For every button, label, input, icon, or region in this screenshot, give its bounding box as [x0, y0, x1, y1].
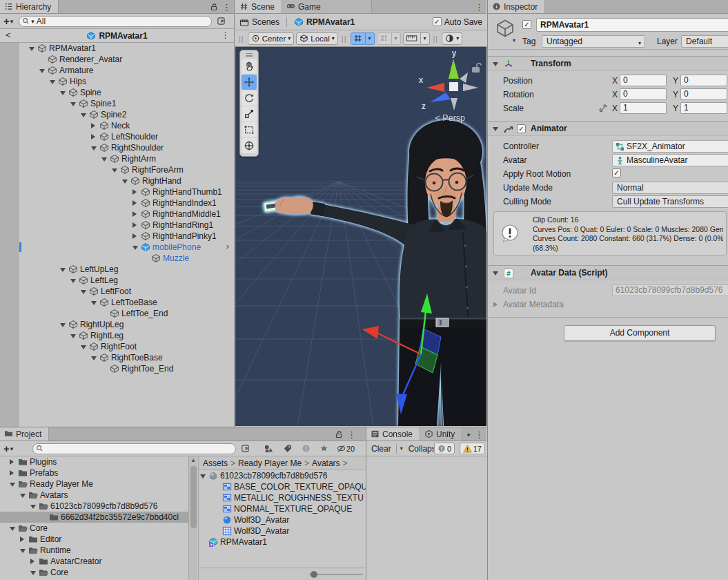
- asset-row[interactable]: METALLIC_ROUGHNESS_TEXTU: [199, 492, 366, 503]
- foldout-collapsed-icon[interactable]: [132, 233, 137, 239]
- animator-header[interactable]: ✓ Animator: [488, 121, 728, 136]
- thumbnail-size-slider[interactable]: [309, 574, 363, 575]
- snap-options-caret-icon[interactable]: ▾: [392, 32, 401, 45]
- project-search-input[interactable]: [32, 443, 236, 454]
- tab-scene[interactable]: Scene: [235, 0, 282, 13]
- avatar-object-field[interactable]: MasculineAvatar: [612, 154, 728, 166]
- hierarchy-row[interactable]: RightHandThumb1: [0, 186, 234, 197]
- foldout-expanded-icon[interactable]: [493, 62, 498, 66]
- rect-tool-button[interactable]: [242, 122, 257, 137]
- foldout-collapsed-icon[interactable]: [132, 189, 137, 195]
- foldout-expanded-icon[interactable]: [60, 323, 66, 327]
- foldout-expanded-icon[interactable]: [70, 102, 76, 106]
- hierarchy-row[interactable]: Neck: [0, 120, 234, 131]
- foldout-expanded-icon[interactable]: [29, 47, 35, 51]
- hierarchy-row[interactable]: LeftFoot: [0, 286, 234, 297]
- avatar-model[interactable]: [264, 120, 486, 426]
- hierarchy-search-input[interactable]: ▾ All: [19, 16, 212, 27]
- foldout-expanded-icon[interactable]: [39, 69, 45, 73]
- tab-console[interactable]: Console: [366, 427, 420, 441]
- rotation-y-field[interactable]: 0: [680, 88, 727, 100]
- tab-inspector[interactable]: Inspector: [488, 0, 545, 13]
- tab-project[interactable]: Project: [0, 427, 49, 441]
- foldout-expanded-icon[interactable]: [91, 146, 97, 151]
- foldout-expanded-icon[interactable]: [493, 271, 498, 276]
- breadcrumb-avatars[interactable]: Avatars: [312, 458, 340, 468]
- hierarchy-row[interactable]: Spine2: [0, 109, 234, 120]
- link-broken-icon[interactable]: [598, 104, 608, 115]
- scale-tool-button[interactable]: [242, 106, 257, 122]
- foldout-expanded-icon[interactable]: [101, 157, 107, 162]
- create-asset-caret-icon[interactable]: ▾: [10, 445, 14, 452]
- apply-root-motion-checkbox[interactable]: ✓: [612, 168, 621, 177]
- foldout-collapsed-icon[interactable]: [30, 559, 35, 564]
- search-filter-caret-icon[interactable]: ▾: [31, 18, 35, 25]
- hierarchy-row[interactable]: RightHandIndex1: [0, 197, 234, 209]
- hierarchy-row[interactable]: RightHandMiddle1: [0, 209, 234, 220]
- asset-row[interactable]: Wolf3D_Avatar: [199, 525, 366, 536]
- toolbar-grip-icon[interactable]: ||: [340, 35, 348, 43]
- foldout-expanded-icon[interactable]: [70, 334, 76, 338]
- controller-object-field[interactable]: SF2X_Animator: [612, 140, 728, 153]
- active-checkbox[interactable]: ✓: [522, 20, 531, 29]
- avatar-data-header[interactable]: # Avatar Data (Script): [488, 265, 728, 280]
- foldout-expanded-icon[interactable]: [112, 168, 117, 173]
- foldout-collapsed-icon[interactable]: [493, 302, 498, 307]
- transform-header[interactable]: Transform: [488, 56, 728, 71]
- foldout-collapsed-icon[interactable]: [132, 211, 137, 217]
- orientation-gizmo[interactable]: y x z: [419, 48, 478, 111]
- hierarchy-row[interactable]: mobilePhone›: [0, 242, 234, 253]
- project-folder-row[interactable]: Runtime: [0, 545, 197, 556]
- hidden-count-toggle[interactable]: 20: [334, 443, 357, 455]
- foldout-expanded-icon[interactable]: [30, 505, 36, 509]
- hierarchy-row[interactable]: RightLeg: [0, 330, 234, 341]
- asset-row[interactable]: NORMAL_TEXTURE_OPAQUE: [199, 503, 366, 514]
- rotation-x-field[interactable]: 0: [620, 88, 667, 100]
- tag-dropdown[interactable]: Untagged ▾: [542, 35, 645, 48]
- clear-options-caret-icon[interactable]: ▾: [398, 445, 405, 452]
- scale-y-field[interactable]: 1: [680, 102, 727, 114]
- toolbar-grip-icon[interactable]: ||: [237, 35, 246, 43]
- hierarchy-row[interactable]: LeftToeBase: [0, 297, 234, 308]
- hierarchy-row[interactable]: LeftLeg: [0, 275, 234, 286]
- position-x-field[interactable]: 0: [620, 75, 667, 86]
- search-window-icon[interactable]: [239, 443, 251, 455]
- project-folder-row[interactable]: 61023cb78099cfb7d8b9d576: [0, 501, 197, 512]
- hierarchy-row[interactable]: Muzzle: [0, 253, 234, 264]
- filter-by-label-icon[interactable]: [281, 443, 293, 455]
- slider-knob[interactable]: [311, 571, 317, 578]
- foldout-expanded-icon[interactable]: [10, 527, 15, 531]
- project-folder-row[interactable]: Prefabs: [0, 467, 197, 478]
- project-menu-icon[interactable]: ⋮: [347, 430, 356, 439]
- hierarchy-row[interactable]: RightToeBase: [0, 352, 234, 363]
- foldout-expanded-icon[interactable]: [20, 494, 26, 498]
- foldout-expanded-icon[interactable]: [81, 290, 86, 294]
- foldout-expanded-icon[interactable]: [81, 345, 86, 349]
- pivot-mode-dropdown[interactable]: Center ▾: [248, 32, 295, 45]
- hierarchy-row[interactable]: RightShoulder: [0, 142, 234, 153]
- create-asset-button[interactable]: +: [0, 443, 10, 454]
- scenes-button[interactable]: Scenes: [235, 17, 284, 27]
- asset-row[interactable]: Wolf3D_Avatar: [199, 514, 366, 525]
- tool-palette[interactable]: [239, 50, 259, 157]
- favorites-star-icon[interactable]: [317, 443, 330, 455]
- tab-game[interactable]: Game: [282, 0, 372, 13]
- position-y-field[interactable]: 0: [680, 75, 727, 86]
- orientation-dropdown[interactable]: Local ▾: [296, 32, 338, 45]
- snap-size-icon[interactable]: [403, 32, 421, 45]
- lock-icon[interactable]: [335, 430, 343, 438]
- layer-dropdown[interactable]: Default: [681, 35, 728, 48]
- hierarchy-row[interactable]: RightHand: [0, 175, 234, 186]
- project-tree-scrollbar[interactable]: ▲: [188, 456, 197, 580]
- project-folder-row[interactable]: Plugins: [0, 456, 197, 467]
- project-folder-row[interactable]: Editor: [0, 534, 197, 545]
- foldout-expanded-icon[interactable]: [20, 549, 26, 553]
- hierarchy-row[interactable]: Renderer_Avatar: [0, 54, 234, 65]
- shading-mode-dropdown[interactable]: ▾: [442, 32, 462, 45]
- snap-size-caret-icon[interactable]: ▾: [421, 32, 430, 45]
- project-folder-row[interactable]: 6662d34f2bc35572e9c7bbd40cl: [0, 512, 197, 523]
- culling-mode-dropdown[interactable]: Cull Update Transforms: [612, 195, 728, 208]
- project-folder-row[interactable]: Core: [0, 523, 197, 534]
- info-count-toggle[interactable]: 0: [434, 443, 455, 454]
- scroll-up-icon[interactable]: ▲: [190, 457, 196, 463]
